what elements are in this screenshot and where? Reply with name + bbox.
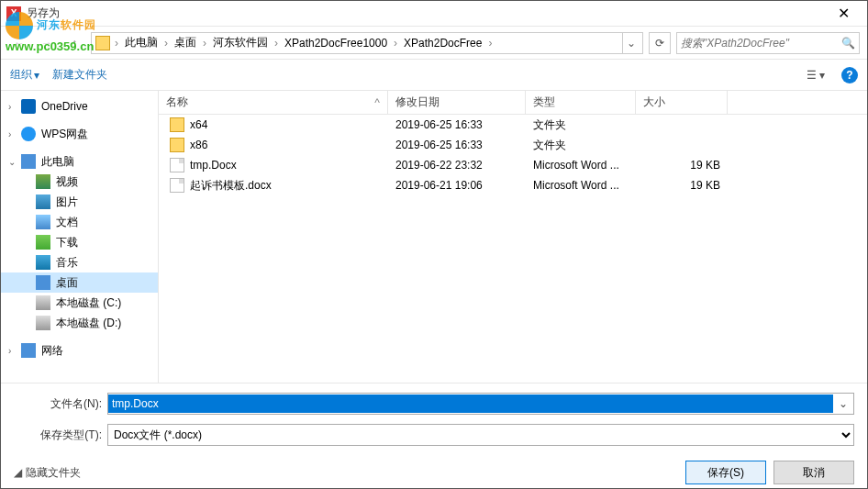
help-button[interactable]: ? — [841, 67, 858, 83]
file-date: 2019-06-21 19:06 — [388, 179, 526, 192]
sidebar-disk-d[interactable]: 本地磁盘 (D:) — [1, 313, 158, 333]
search-icon[interactable]: 🔍 — [841, 37, 855, 50]
file-name: x64 — [190, 118, 207, 131]
breadcrumb-item[interactable]: 桌面 — [172, 35, 198, 50]
file-list: x642019-06-25 16:33文件夹x862019-06-25 16:3… — [159, 115, 867, 383]
new-folder-button[interactable]: 新建文件夹 — [52, 67, 107, 83]
file-type: 文件夹 — [526, 138, 636, 153]
file-size: 19 KB — [636, 179, 728, 192]
filetype-label: 保存类型(T): — [14, 428, 107, 443]
chevron-right-icon: › — [8, 102, 11, 112]
chevron-down-icon: ⌄ — [8, 157, 16, 167]
close-button[interactable]: ✕ — [825, 5, 862, 22]
navbar: ← → ↑ › 此电脑 › 桌面 › 河东软件园 › XPath2DocFree… — [1, 27, 867, 60]
sidebar-documents[interactable]: 文档 — [1, 212, 158, 232]
chevron-right-icon: › — [272, 37, 281, 50]
wps-icon — [21, 127, 36, 141]
bottom-panel: 文件名(N): ⌄ 保存类型(T): Docx文件 (*.docx) ◢隐藏文件… — [1, 383, 867, 489]
col-type[interactable]: 类型 — [526, 91, 636, 114]
breadcrumb-item[interactable]: XPath2DocFree1000 — [283, 37, 389, 50]
file-date: 2019-06-25 16:33 — [388, 118, 526, 131]
music-icon — [36, 255, 50, 270]
chevron-right-icon: › — [112, 37, 121, 50]
file-type: Microsoft Word ... — [526, 159, 636, 172]
filename-field[interactable]: ⌄ — [107, 393, 854, 415]
file-date: 2019-06-25 16:33 — [388, 139, 526, 151]
search-input[interactable] — [681, 37, 841, 50]
cancel-button[interactable]: 取消 — [773, 461, 854, 484]
chevron-down-icon: ▾ — [34, 69, 39, 82]
refresh-button[interactable]: ⟳ — [649, 32, 671, 54]
save-button[interactable]: 保存(S) — [685, 461, 766, 484]
downloads-icon — [36, 235, 50, 250]
file-row[interactable]: 起诉书模板.docx2019-06-21 19:06Microsoft Word… — [159, 175, 867, 195]
filename-label: 文件名(N): — [14, 396, 107, 412]
desktop-icon — [36, 275, 50, 290]
sidebar: ›OneDrive ›WPS网盘 ⌄此电脑 视频 图片 文档 下载 音乐 桌面 … — [1, 91, 159, 383]
network-icon — [21, 343, 36, 358]
sidebar-network[interactable]: ›网络 — [1, 340, 158, 361]
sidebar-downloads[interactable]: 下载 — [1, 232, 158, 252]
onedrive-icon — [21, 99, 36, 114]
pc-icon — [95, 36, 110, 50]
toolbar: 组织 ▾ 新建文件夹 ☰ ▾ ? — [1, 60, 867, 91]
sort-indicator-icon: ^ — [374, 96, 380, 109]
sidebar-desktop[interactable]: 桌面 — [1, 272, 158, 293]
sidebar-pictures[interactable]: 图片 — [1, 192, 158, 212]
file-name: tmp.Docx — [190, 159, 237, 172]
pc-icon — [21, 154, 36, 169]
pictures-icon — [36, 194, 50, 209]
file-row[interactable]: tmp.Docx2019-06-22 23:32Microsoft Word .… — [159, 155, 867, 175]
file-date: 2019-06-22 23:32 — [388, 159, 526, 172]
view-options-button[interactable]: ☰ ▾ — [803, 67, 829, 83]
documents-icon — [36, 215, 50, 229]
chevron-right-icon: › — [485, 37, 495, 50]
breadcrumb[interactable]: › 此电脑 › 桌面 › 河东软件园 › XPath2DocFree1000 ›… — [91, 32, 643, 54]
organize-menu[interactable]: 组织 ▾ — [10, 67, 39, 83]
chevron-right-icon: › — [391, 37, 400, 50]
search-box[interactable]: 🔍 — [676, 32, 860, 54]
file-type: Microsoft Word ... — [526, 179, 636, 192]
sidebar-music[interactable]: 音乐 — [1, 252, 158, 272]
chevron-right-icon: › — [8, 129, 11, 139]
file-row[interactable]: x862019-06-25 16:33文件夹 — [159, 135, 867, 155]
col-size[interactable]: 大小 — [636, 91, 728, 114]
video-icon — [36, 174, 50, 189]
chevron-down-icon[interactable]: ⌄ — [833, 397, 853, 410]
sidebar-onedrive[interactable]: ›OneDrive — [1, 96, 158, 117]
chevron-right-icon: › — [161, 37, 171, 50]
breadcrumb-item[interactable]: 河东软件园 — [211, 35, 270, 50]
docx-icon — [170, 178, 184, 193]
file-type: 文件夹 — [526, 117, 636, 133]
sidebar-wps[interactable]: ›WPS网盘 — [1, 124, 158, 144]
breadcrumb-root[interactable]: 此电脑 — [123, 35, 160, 50]
folder-icon — [170, 138, 184, 152]
hide-folders-toggle[interactable]: ◢隐藏文件夹 — [14, 465, 81, 481]
breadcrumb-item[interactable]: XPath2DocFree — [402, 37, 484, 50]
chevron-right-icon: › — [8, 346, 11, 356]
chevron-right-icon: › — [200, 37, 209, 50]
file-name: 起诉书模板.docx — [190, 178, 272, 194]
watermark: 河东软件园 www.pc0359.cn — [6, 8, 96, 53]
disk-icon — [36, 295, 50, 310]
breadcrumb-dropdown[interactable]: ⌄ — [622, 33, 639, 53]
file-row[interactable]: x642019-06-25 16:33文件夹 — [159, 115, 867, 135]
file-name: x86 — [190, 139, 207, 151]
window-title: 另存为 — [27, 6, 825, 21]
sidebar-disk-c[interactable]: 本地磁盘 (C:) — [1, 293, 158, 313]
col-date[interactable]: 修改日期 — [388, 91, 526, 114]
triangle-icon: ◢ — [14, 466, 22, 479]
file-size: 19 KB — [636, 159, 728, 172]
sidebar-pc[interactable]: ⌄此电脑 — [1, 151, 158, 172]
col-name[interactable]: 名称^ — [159, 91, 388, 114]
docx-icon — [170, 158, 184, 172]
folder-icon — [170, 117, 184, 132]
file-pane: 名称^ 修改日期 类型 大小 x642019-06-25 16:33文件夹x86… — [159, 91, 867, 383]
titlebar: X 另存为 ✕ — [1, 1, 867, 27]
filetype-field[interactable]: Docx文件 (*.docx) — [107, 424, 854, 446]
column-headers: 名称^ 修改日期 类型 大小 — [159, 91, 867, 115]
sidebar-video[interactable]: 视频 — [1, 172, 158, 192]
filename-input[interactable] — [108, 395, 833, 413]
filetype-select[interactable]: Docx文件 (*.docx) — [108, 425, 853, 445]
disk-icon — [36, 316, 50, 330]
